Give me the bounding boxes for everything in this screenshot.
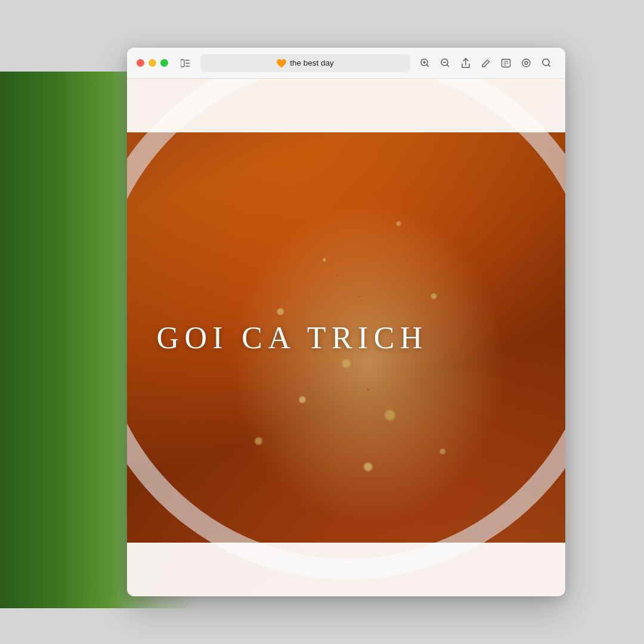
zoom-out-button[interactable] xyxy=(436,55,454,72)
svg-line-9 xyxy=(447,65,450,67)
svg-line-5 xyxy=(427,65,429,67)
address-bar[interactable]: 🧡 the best day xyxy=(200,54,410,72)
dish-title-container: GOI CA TRICH xyxy=(127,320,565,355)
edit-button[interactable] xyxy=(477,55,495,72)
close-button[interactable] xyxy=(137,59,144,67)
svg-point-16 xyxy=(525,61,528,64)
dish-title-text: GOI CA TRICH xyxy=(157,321,428,355)
reader-button[interactable] xyxy=(497,55,515,72)
page-bottom-area xyxy=(127,543,565,596)
toolbar-icons xyxy=(416,55,556,72)
favicon-icon: 🧡 xyxy=(276,58,286,68)
maximize-button[interactable] xyxy=(160,59,168,67)
svg-point-17 xyxy=(543,59,549,66)
extensions-button[interactable] xyxy=(518,55,535,72)
find-button[interactable] xyxy=(538,55,556,72)
svg-rect-0 xyxy=(181,60,184,67)
traffic-lights xyxy=(137,59,168,67)
browser-window: 🧡 the best day xyxy=(127,48,565,596)
svg-point-15 xyxy=(522,59,530,67)
content-area: GOI CA TRICH xyxy=(127,79,565,596)
page-title: the best day xyxy=(290,58,334,67)
title-bar: 🧡 the best day xyxy=(127,48,565,79)
page-top-area xyxy=(127,79,565,132)
sidebar-toggle-button[interactable] xyxy=(177,55,194,72)
zoom-in-button[interactable] xyxy=(416,55,434,72)
minimize-button[interactable] xyxy=(148,59,156,67)
share-button[interactable] xyxy=(457,55,475,72)
svg-line-18 xyxy=(549,65,551,67)
